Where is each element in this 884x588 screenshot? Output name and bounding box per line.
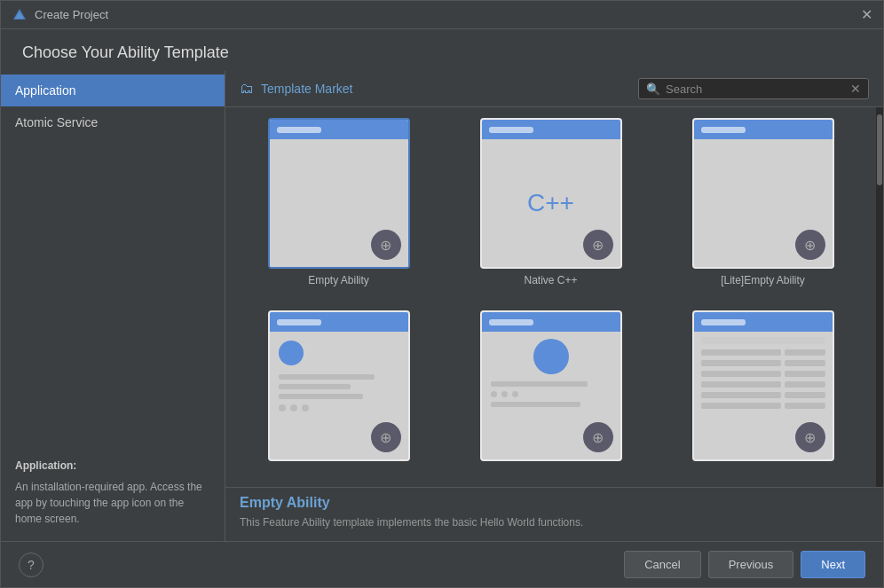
template-card-native-cpp[interactable]: C++ ⊕ Native C++ <box>452 118 650 296</box>
title-bar-left: Create Project <box>12 7 108 23</box>
dialog-title: Create Project <box>35 8 108 21</box>
cancel-button[interactable]: Cancel <box>624 551 700 578</box>
thumb-body-6: ⊕ <box>694 332 833 459</box>
close-button[interactable]: ✕ <box>861 8 872 22</box>
thumb-circle-4 <box>279 341 304 365</box>
template-thumb-3[interactable]: ⊕ <box>692 118 834 269</box>
thumb-body-5: ⊕ <box>482 332 620 459</box>
template-thumb-5[interactable]: ⊕ <box>480 310 622 461</box>
thumb-avatar-icon-4: ⊕ <box>380 429 391 446</box>
template-thumb-4[interactable]: ⊕ <box>268 310 410 461</box>
dot-5b <box>501 391 508 397</box>
dot-5a <box>491 391 497 397</box>
template-card-empty-ability[interactable]: ⊕ Empty Ability <box>240 118 438 296</box>
thumb-row-6e <box>701 392 825 398</box>
thumb-header-bar-1 <box>277 127 321 133</box>
thumb-line-5a <box>491 381 588 387</box>
sidebar-item-application[interactable]: Application <box>1 74 225 106</box>
thumb-rows-6 <box>701 349 825 409</box>
thumb-header-bar-5 <box>489 319 533 325</box>
thumb-line-4b <box>279 384 351 389</box>
next-button[interactable]: Next <box>801 551 865 578</box>
template-thumb-2[interactable]: C++ ⊕ <box>480 118 622 269</box>
thumb-header-4 <box>270 312 408 332</box>
thumb-avatar-4: ⊕ <box>371 422 401 452</box>
scrollbar-track[interactable] <box>876 107 883 487</box>
template-thumb-6[interactable]: ⊕ <box>692 310 834 461</box>
market-label: Template Market <box>261 82 352 96</box>
row-cell-6e2 <box>785 392 825 398</box>
row-cell-6f1 <box>701 403 782 409</box>
thumb-avatar-2: ⊕ <box>583 230 613 260</box>
app-icon <box>12 7 28 23</box>
row-cell-6d2 <box>785 381 825 388</box>
row-cell-6b2 <box>785 360 825 366</box>
thumb-header-bar-2 <box>489 127 533 133</box>
thumb-avatar-1: ⊕ <box>371 230 401 260</box>
thumb-header-3 <box>694 120 833 139</box>
sidebar-desc-text: An installation-required app. Access the… <box>15 481 202 525</box>
row-cell-6a1 <box>701 349 782 356</box>
row-cell-6d1 <box>701 381 782 388</box>
templates-grid: ⊕ Empty Ability C++ <box>225 107 876 487</box>
title-bar: Create Project ✕ <box>1 1 883 29</box>
thumb-header-bar-6 <box>701 319 746 325</box>
row-cell-6c1 <box>701 371 782 377</box>
thumb-avatar-icon-3: ⊕ <box>804 237 816 254</box>
dot-4b <box>290 404 297 412</box>
detail-title: Empty Ability <box>240 495 869 511</box>
sidebar-desc-title: Application: <box>15 458 210 474</box>
sidebar: Application Atomic Service Application: … <box>1 71 225 541</box>
detail-section: Empty Ability This Feature Ability templ… <box>225 487 883 541</box>
dot-4c <box>302 404 309 412</box>
thumb-header-6 <box>694 312 833 332</box>
main-content: 🗂 Template Market 🔍 ✕ <box>225 71 883 541</box>
thumb-row-6a <box>701 349 825 356</box>
dot-5c <box>512 391 518 397</box>
thumb-dots-4 <box>279 404 399 412</box>
template-card-lite-empty[interactable]: ⊕ [Lite]Empty Ability <box>664 118 862 296</box>
sidebar-item-atomic-service[interactable]: Atomic Service <box>1 106 225 138</box>
template-card-4[interactable]: ⊕ <box>240 310 438 476</box>
create-project-dialog: Create Project ✕ Choose Your Ability Tem… <box>0 0 884 588</box>
thumb-header-5 <box>482 312 620 332</box>
thumb-line-5b <box>491 402 580 407</box>
thumb-avatar-icon-5: ⊕ <box>592 429 604 446</box>
help-button[interactable]: ? <box>19 553 43 577</box>
search-clear-icon[interactable]: ✕ <box>850 82 861 96</box>
thumb-avatar-icon-2: ⊕ <box>592 237 604 254</box>
thumb-line-4c <box>279 394 363 399</box>
thumb-row-6c <box>701 371 825 377</box>
thumb-header-1 <box>270 120 408 139</box>
thumb-row-6f <box>701 403 825 409</box>
row-cell-6f2 <box>785 403 825 409</box>
row-cell-6a2 <box>785 349 825 356</box>
template-label-1: Empty Ability <box>308 274 369 286</box>
thumb-line-4a <box>279 374 375 380</box>
dialog-heading: Choose Your Ability Template <box>1 29 883 71</box>
template-card-6[interactable]: ⊕ <box>664 310 862 476</box>
thumb-avatar-icon-1: ⊕ <box>380 237 391 254</box>
previous-button[interactable]: Previous <box>708 551 794 578</box>
thumb-avatar-6: ⊕ <box>795 422 825 452</box>
detail-description: This Feature Ability template implements… <box>240 514 869 530</box>
thumb-header-2 <box>482 120 620 139</box>
search-icon: 🔍 <box>646 82 660 96</box>
row-cell-6e1 <box>701 392 782 398</box>
thumb-row-6d <box>701 381 825 388</box>
thumb-avatar-icon-6: ⊕ <box>804 429 816 446</box>
search-box[interactable]: 🔍 ✕ <box>638 78 869 99</box>
thumb-search-6 <box>701 337 825 344</box>
thumb-circle-large-5 <box>533 339 569 374</box>
template-label-3: [Lite]Empty Ability <box>721 274 805 286</box>
template-thumb-1[interactable]: ⊕ <box>268 118 410 269</box>
template-card-5[interactable]: ⊕ <box>452 310 650 476</box>
thumb-body-4: ⊕ <box>270 332 408 459</box>
thumb-avatar-5: ⊕ <box>583 422 613 452</box>
market-icon: 🗂 <box>240 81 254 97</box>
toolbar-left: 🗂 Template Market <box>240 81 352 97</box>
search-input[interactable] <box>666 82 845 96</box>
thumb-header-bar-3 <box>701 127 746 133</box>
thumb-row-6b <box>701 360 825 366</box>
scrollbar-thumb[interactable] <box>877 114 882 185</box>
